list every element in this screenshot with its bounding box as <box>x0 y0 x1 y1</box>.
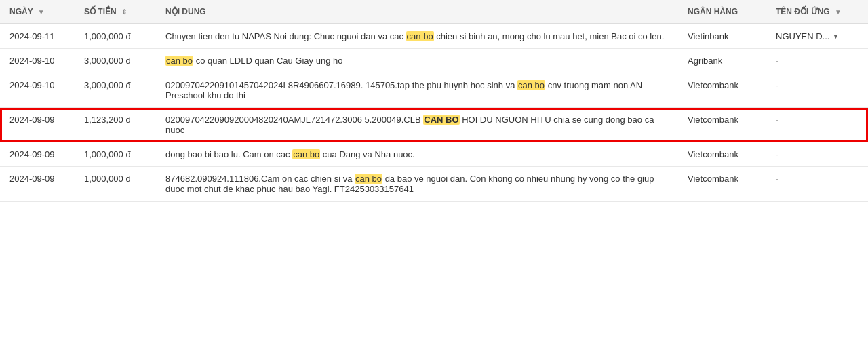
header-content: NỘI DUNG <box>156 0 678 24</box>
header-amount-sort-icon[interactable]: ⇕ <box>121 8 127 16</box>
highlight-canbo-bold: CAN BO <box>423 115 459 125</box>
highlight-canbo: can bo <box>355 174 382 184</box>
table-row: 2024-09-10 3,000,000 đ 02009704220910145… <box>0 73 868 108</box>
table-row: 2024-09-10 3,000,000 đ can bo co quan LD… <box>0 49 868 73</box>
cell-bank: Vietcombank <box>678 142 766 167</box>
cell-date: 2024-09-09 <box>0 108 75 142</box>
header-partner-sort-icon[interactable]: ▼ <box>835 8 842 16</box>
cell-content: Chuyen tien den tu NAPAS Noi dung: Chuc … <box>156 24 678 49</box>
cell-bank: Vietcombank <box>678 108 766 142</box>
header-amount-label: SỐ TIỀN <box>84 7 117 16</box>
cell-partner: - <box>766 108 868 142</box>
table-row: 2024-09-11 1,000,000 đ Chuyen tien den t… <box>0 24 868 49</box>
cell-date: 2024-09-11 <box>0 24 75 49</box>
cell-partner: - <box>766 49 868 73</box>
cell-content: 0200970422090920004820240AMJL721472.3006… <box>156 108 678 142</box>
partner-dash: - <box>776 115 778 125</box>
table-row: 2024-09-09 1,000,000 đ 874682.090924.111… <box>0 167 868 202</box>
cell-content: 020097042209101457042024L8R4906607.16989… <box>156 73 678 108</box>
cell-bank: Vietinbank <box>678 24 766 49</box>
highlight-canbo: can bo <box>292 149 320 159</box>
cell-partner: - <box>766 142 868 167</box>
cell-amount: 1,000,000 đ <box>75 142 156 167</box>
transaction-table: NGÀY ▼ SỐ TIỀN ⇕ NỘI DUNG NGÂN HÀNG TÊN … <box>0 0 868 202</box>
cell-amount: 3,000,000 đ <box>75 49 156 73</box>
partner-dash: - <box>776 56 778 66</box>
cell-amount: 1,000,000 đ <box>75 167 156 202</box>
cell-partner: - <box>766 73 868 108</box>
partner-dash: - <box>776 80 778 90</box>
cell-amount: 1,123,200 đ <box>75 108 156 142</box>
header-date-label: NGÀY <box>9 7 33 16</box>
cell-bank: Agribank <box>678 49 766 73</box>
cell-amount: 3,000,000 đ <box>75 73 156 108</box>
highlight-canbo: can bo <box>406 31 434 41</box>
cell-content: 874682.090924.111806.Cam on cac chien si… <box>156 167 678 202</box>
cell-date: 2024-09-10 <box>0 73 75 108</box>
highlight-canbo: can bo <box>165 56 193 66</box>
cell-amount: 1,000,000 đ <box>75 24 156 49</box>
partner-dash: - <box>776 174 778 184</box>
header-date[interactable]: NGÀY ▼ <box>0 0 75 24</box>
transaction-table-container: NGÀY ▼ SỐ TIỀN ⇕ NỘI DUNG NGÂN HÀNG TÊN … <box>0 0 868 202</box>
header-amount[interactable]: SỐ TIỀN ⇕ <box>75 0 156 24</box>
partner-value: NGUYEN D... ▼ <box>776 31 859 41</box>
header-content-label: NỘI DUNG <box>165 7 206 16</box>
table-row-highlighted: 2024-09-09 1,123,200 đ 02009704220909200… <box>0 108 868 142</box>
cell-partner: - <box>766 167 868 202</box>
header-partner[interactable]: TÊN ĐỐI ỨNG ▼ <box>766 0 868 24</box>
partner-name: NGUYEN D... <box>776 31 829 41</box>
cell-date: 2024-09-10 <box>0 49 75 73</box>
cell-content: dong bao bi bao lu. Cam on cac can bo cu… <box>156 142 678 167</box>
cell-partner: NGUYEN D... ▼ <box>766 24 868 49</box>
highlight-canbo: can bo <box>517 80 545 90</box>
header-date-sort-icon[interactable]: ▼ <box>38 8 45 16</box>
partner-dash: - <box>776 149 778 159</box>
partner-expand-icon[interactable]: ▼ <box>832 33 839 40</box>
cell-bank: Vietcombank <box>678 167 766 202</box>
cell-bank: Vietcombank <box>678 73 766 108</box>
cell-content: can bo co quan LDLD quan Cau Giay ung ho <box>156 49 678 73</box>
table-header-row: NGÀY ▼ SỐ TIỀN ⇕ NỘI DUNG NGÂN HÀNG TÊN … <box>0 0 868 24</box>
header-bank: NGÂN HÀNG <box>678 0 766 24</box>
table-row: 2024-09-09 1,000,000 đ dong bao bi bao l… <box>0 142 868 167</box>
header-partner-label: TÊN ĐỐI ỨNG <box>776 7 830 16</box>
header-bank-label: NGÂN HÀNG <box>688 7 738 16</box>
cell-date: 2024-09-09 <box>0 142 75 167</box>
cell-date: 2024-09-09 <box>0 167 75 202</box>
